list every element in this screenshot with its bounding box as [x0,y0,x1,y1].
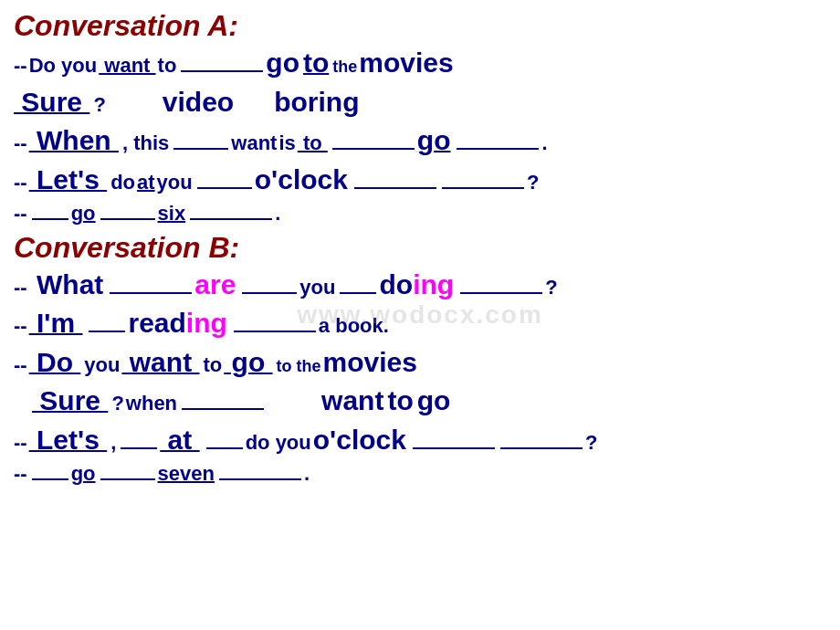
gap-a5b [100,218,155,220]
word-want4: want [321,383,383,420]
line-b2: -- I'm reading a book. [14,305,826,342]
word-seven: seven [158,460,215,488]
word-to3: to [298,130,328,157]
conversation-a-title: Conversation A: [14,9,826,43]
gap-go [181,70,263,72]
word-when: When [29,122,119,160]
word-boring: boring [274,84,359,121]
word-question1: ? [93,91,105,119]
word-go3: go [71,200,96,227]
gap-b1b [242,292,297,294]
word-six: six [158,200,186,227]
word-want2: want [231,130,277,157]
word-comma2: , [110,429,116,457]
word-im: I'm [29,305,83,342]
gap-b5d [500,447,583,449]
word-question5: ? [585,429,597,457]
word-to5: to the [277,355,321,377]
line-b4: Sure ? when want to go [32,383,826,420]
word-do-you: do [110,169,135,196]
word-question4: ? [111,390,123,417]
word-are: are [194,267,236,304]
line-a5: -- go six . [14,200,826,227]
gap-b6c [219,478,301,480]
word-the1: the [332,56,357,78]
dash-b5: -- [14,429,27,457]
word-reading: reading [128,305,226,342]
word-want: want [99,52,155,79]
gap-go2 [332,148,415,150]
word-go5: go [417,383,451,420]
word-period1: . [541,130,547,157]
line-a3: -- When , this want is to go . [14,122,826,160]
word-movies1: movies [359,45,453,82]
dash-b1: -- [14,274,27,301]
word-to1: to [158,52,177,79]
gap-b2b [234,331,316,332]
dash-a3: -- [14,130,27,157]
gap-a3b [457,148,539,150]
line-b1: -- What are you doing ? [14,267,826,304]
word-at: at [137,169,155,196]
word-is: is [278,130,295,157]
word-doing: doing [379,267,454,304]
word-to4: to [203,352,222,379]
word-you3: you [299,274,335,301]
word-oclock2: o'clock [313,422,406,459]
word-period2: . [275,200,280,227]
gap-b5a [121,447,157,449]
line-a4: -- Let's do at you o'clock ? [14,162,826,199]
line-b5: -- Let's , at do you o'clock ? [14,422,826,459]
line-a1: -- Do you want to go to the movies [14,45,826,82]
conversation-b-title: Conversation B: [14,231,826,265]
word-you4: you [84,352,120,379]
word-want3: want [121,344,199,382]
gap-a5c [190,218,272,220]
line-b6: -- go seven . [14,460,826,488]
word-lets: Let's [29,162,108,199]
dash-a4: -- [14,169,27,196]
word-video: video [163,84,234,121]
word-question2: ? [527,169,539,196]
word-do3: do you [246,429,311,457]
dash-a1: -- [14,52,27,79]
word-sure2: Sure [32,383,108,420]
gap-b6b [100,478,155,480]
word-you2: you [157,169,193,196]
gap-b2a [89,331,125,332]
gap-b5b [206,447,243,449]
word-go: go [266,45,299,82]
word-to2: to [303,45,329,82]
word-this: , this [122,130,169,157]
dash-a5: -- [14,200,27,227]
gap-b4a [182,408,264,410]
word-lets2: Let's [29,422,108,459]
gap-a5a [32,218,68,220]
word-abook: a book. [319,312,389,340]
word-do: Do you [29,52,98,79]
word-question3: ? [545,274,557,301]
gap-a4b [354,187,436,189]
word-go6: go [71,460,96,488]
line-a2: Sure ? video boring [14,84,826,121]
word-do2: Do [29,344,81,382]
gap-a3a [173,148,228,150]
dash-b6: -- [14,460,27,488]
word-what: What [29,267,104,304]
gap-a4a [197,187,252,189]
gap-b1c [340,292,376,294]
word-period3: . [304,460,310,488]
word-go4: go [224,344,272,382]
gap-a4c [442,187,524,189]
dash-b2: -- [14,312,27,340]
dash-b3: -- [14,352,27,379]
line-b3: -- Do you want to go to the movies [14,344,826,382]
word-go2: go [417,122,451,160]
gap-b1a [110,292,192,294]
gap-b1d [460,292,542,294]
gap-b5c [413,447,495,449]
gap-b6a [32,478,68,480]
word-oclock1: o'clock [255,162,348,199]
word-when2: when [126,390,177,417]
word-to6: to [387,383,413,420]
